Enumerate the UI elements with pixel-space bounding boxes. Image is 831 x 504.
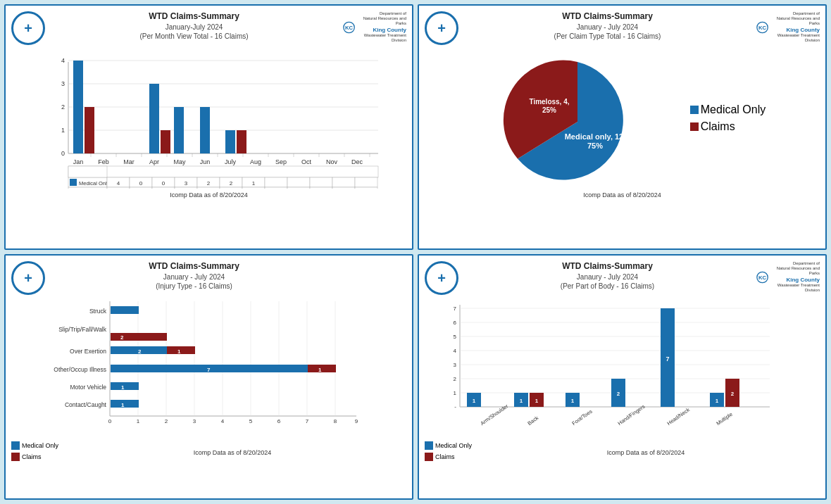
svg-rect-17: [161, 130, 170, 153]
svg-rect-70: [355, 177, 377, 187]
panel-title-2: WTD Claims-Summary January - July 2024 (…: [458, 11, 756, 41]
svg-text:Nov: Nov: [325, 158, 337, 165]
injury-bar-chart: 0 1 2 3 4 5 6 7 8 9 Struck 1 Slip/Trip/F…: [11, 298, 363, 439]
panel-title-1: WTD Claims-Summary January-July 2024 (Pe…: [45, 11, 343, 41]
title-2: WTD Claims-Summary: [458, 11, 756, 23]
svg-text:Motor Vehicle: Motor Vehicle: [70, 384, 107, 391]
svg-text:Arm/Shoulder: Arm/Shoulder: [479, 403, 509, 427]
svg-rect-124: [111, 333, 167, 341]
svg-text:Back: Back: [526, 415, 539, 427]
svg-rect-90: [310, 187, 332, 189]
panel-header-3: WTD Claims-Summary January - July 2024 (…: [11, 261, 406, 295]
svg-text:-: -: [454, 403, 456, 410]
monthly-bar-chart: 0 1 2 3 4 Jan Feb Mar Ap: [33, 48, 385, 189]
safety-logo-1: [11, 11, 45, 45]
svg-text:4: 4: [61, 57, 64, 64]
svg-text:1: 1: [571, 398, 575, 404]
svg-text:Feb: Feb: [98, 158, 109, 165]
svg-text:0: 0: [139, 180, 142, 187]
svg-text:Multiple: Multiple: [715, 411, 733, 427]
svg-text:0: 0: [61, 150, 64, 157]
svg-text:25%: 25%: [542, 106, 556, 114]
svg-text:KC: KC: [758, 25, 767, 31]
legend-claims-box: [690, 122, 699, 131]
svg-rect-78: [152, 187, 175, 189]
footer-2: Icomp Data as of 8/20/2024: [425, 191, 820, 199]
king-county-logo-4: KC Department of Natural Resources and P…: [756, 261, 820, 289]
legend-medical-4: Medical Only: [425, 441, 472, 450]
svg-text:KC: KC: [758, 275, 767, 281]
safety-logo-4: [425, 261, 458, 295]
svg-text:Foot/Toes: Foot/Toes: [570, 408, 593, 427]
subtitle2-3: (Injury Type - 16 Claims): [45, 282, 343, 291]
svg-rect-18: [174, 107, 184, 153]
title-4: WTD Claims-Summary: [458, 261, 756, 272]
title-3: WTD Claims-Summary: [45, 261, 343, 272]
svg-text:1: 1: [61, 127, 64, 134]
svg-rect-88: [265, 187, 287, 189]
panel-header-1: WTD Claims-Summary January-July 2024 (Pe…: [11, 11, 406, 45]
subtitle2-2: (Per Claim Type Total - 16 Claims): [458, 32, 756, 41]
svg-text:Sep: Sep: [275, 158, 286, 165]
legend-medical-3: Medical Only: [11, 441, 58, 450]
legend-medical-box-3: [11, 441, 20, 450]
svg-text:8: 8: [334, 418, 337, 424]
svg-text:75%: 75%: [587, 141, 603, 150]
svg-rect-84: [220, 187, 242, 189]
svg-rect-76: [130, 187, 152, 189]
svg-text:1: 1: [177, 348, 181, 355]
svg-rect-91: [332, 187, 355, 189]
svg-rect-49: [68, 166, 107, 177]
svg-text:Other/Occup Illness: Other/Occup Illness: [54, 366, 106, 373]
svg-rect-21: [225, 130, 235, 153]
svg-text:1: 1: [251, 180, 255, 187]
body-bar-chart: - 1 2 3 4 5 6 7 8 1 Arm/Shoulder 1 1 Bac…: [425, 298, 777, 446]
svg-rect-68: [310, 177, 332, 187]
svg-text:6: 6: [454, 320, 457, 326]
svg-text:3: 3: [184, 180, 187, 187]
svg-rect-14: [73, 61, 83, 153]
svg-rect-20: [200, 107, 210, 153]
svg-rect-121: [111, 306, 139, 314]
svg-rect-69: [332, 177, 355, 187]
svg-text:2: 2: [61, 103, 64, 111]
title-1: WTD Claims-Summary: [45, 11, 343, 23]
svg-text:July: July: [224, 158, 236, 165]
svg-text:Medical Only: Medical Only: [79, 180, 110, 187]
legend-medical-label-4: Medical Only: [435, 442, 472, 449]
legend-claims-3: Claims: [11, 453, 58, 461]
dashboard: WTD Claims-Summary January-July 2024 (Pe…: [0, 0, 831, 504]
svg-rect-86: [242, 187, 265, 189]
svg-text:2: 2: [229, 180, 232, 187]
svg-text:Slip/Trip/Fall/Walk: Slip/Trip/Fall/Walk: [58, 326, 107, 333]
svg-rect-80: [175, 187, 197, 189]
svg-text:2: 2: [206, 180, 210, 187]
svg-text:2: 2: [731, 391, 735, 397]
svg-text:2: 2: [454, 376, 457, 382]
svg-rect-47: [68, 166, 378, 177]
svg-text:3: 3: [61, 80, 64, 87]
svg-text:0: 0: [161, 180, 165, 187]
legend-medical-label-3: Medical Only: [22, 442, 58, 449]
svg-rect-50: [70, 179, 77, 186]
footer-1: Icomp Data as of 8/20/2024: [11, 191, 406, 199]
svg-text:Apr: Apr: [149, 158, 158, 165]
legend-medical-box: [690, 106, 699, 114]
panel-header-2: WTD Claims-Summary January - July 2024 (…: [425, 11, 820, 45]
svg-text:Head/Neck: Head/Neck: [666, 406, 691, 427]
safety-logo-2: [425, 11, 458, 45]
svg-text:Mar: Mar: [123, 158, 135, 165]
safety-logo-3: [11, 261, 45, 295]
svg-text:4: 4: [454, 348, 457, 354]
panel-pie: WTD Claims-Summary January - July 2024 (…: [418, 4, 827, 250]
legend-claims-label-4: Claims: [435, 453, 455, 460]
subtitle1-1: January-July 2024: [45, 23, 343, 32]
panel-title-4: WTD Claims-Summary Janaury - July 2024 (…: [458, 261, 756, 291]
svg-text:6: 6: [277, 418, 281, 424]
svg-rect-16: [149, 84, 159, 153]
svg-rect-71: [68, 187, 107, 189]
svg-text:1: 1: [121, 384, 125, 391]
svg-rect-140: [111, 400, 139, 408]
svg-text:0: 0: [108, 418, 112, 424]
legend-claims-box-4: [425, 453, 433, 461]
